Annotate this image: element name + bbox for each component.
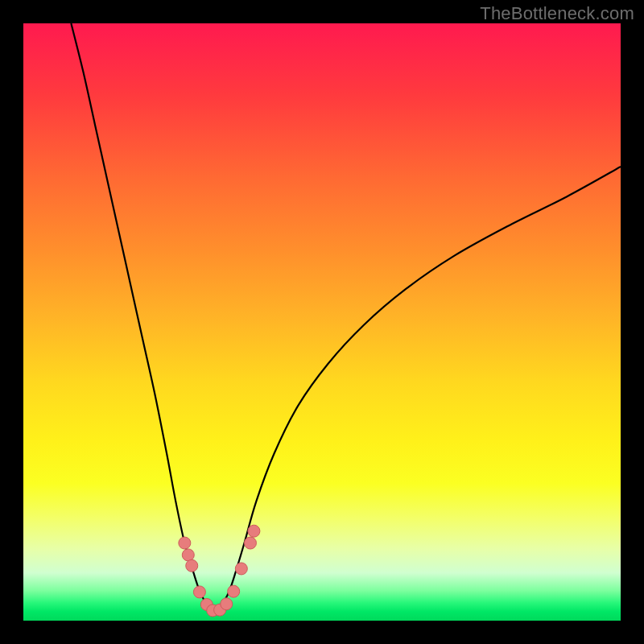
curve-marker <box>228 585 240 597</box>
curve-path <box>71 23 621 613</box>
chart-frame: TheBottleneck.com <box>0 0 644 644</box>
curve-marker <box>244 537 256 549</box>
curve-marker <box>193 586 205 598</box>
bottleneck-curve <box>23 23 621 621</box>
curve-markers <box>179 525 260 617</box>
plot-area <box>23 23 621 621</box>
curve-marker <box>186 559 198 572</box>
curve-marker <box>179 537 191 549</box>
curve-marker <box>248 525 260 537</box>
curve-marker <box>235 563 247 575</box>
watermark-text: TheBottleneck.com <box>480 3 634 24</box>
curve-marker <box>221 598 233 610</box>
curve-marker <box>182 549 194 561</box>
